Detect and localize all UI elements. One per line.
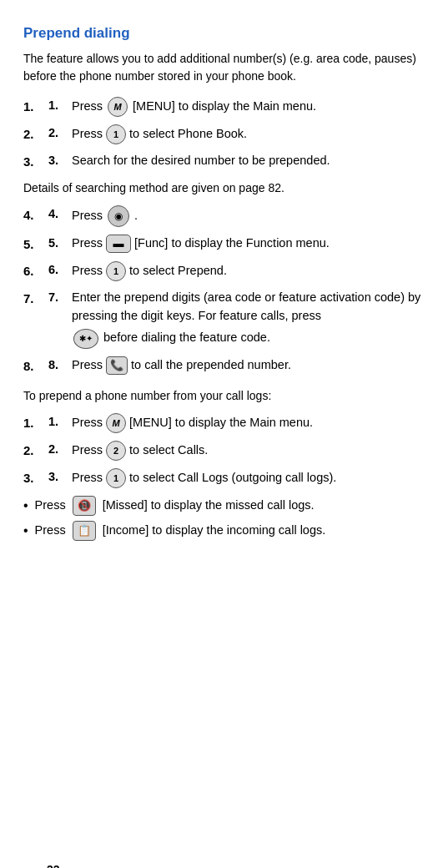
step2-1-press: Press <box>72 414 103 432</box>
step2-1-content: Press M [MENU] to display the Main menu. <box>72 413 313 433</box>
step2-3-press: Press <box>72 469 103 487</box>
step-8-content: Press 📞 to call the prepended number. <box>72 356 291 375</box>
step-num: 5. <box>48 235 67 253</box>
step-2: 2. Press 1 to select Phone Book. <box>23 124 425 144</box>
bullet-missed: Press 📵 [Missed] to display the missed c… <box>23 496 425 516</box>
step2-3-content: Press 1 to select Call Logs (outgoing ca… <box>72 468 336 488</box>
step-2-label: to select Phone Book. <box>129 125 247 144</box>
step-num: 2. <box>48 441 67 459</box>
menu-key-icon: M <box>108 97 128 117</box>
step-1-content: Press M [MENU] to display the Main menu. <box>72 97 316 117</box>
step-num: 4. <box>48 205 67 224</box>
step-5-press: Press <box>72 235 103 253</box>
step-6-label: to select Prepend. <box>129 262 227 280</box>
step-4: 4. Press ◉ . <box>23 205 425 227</box>
nav-key-icon: ◉ <box>108 205 129 227</box>
step-8: 8. Press 📞 to call the prepended number. <box>23 356 425 376</box>
step-1-label: [MENU] to display the Main menu. <box>133 98 316 116</box>
step-num: 1. <box>48 97 67 115</box>
step-4-content: Press ◉ . <box>72 205 138 227</box>
key-2abc-icon: 2 <box>106 441 126 461</box>
steps2-list: 1. Press M [MENU] to display the Main me… <box>23 413 425 488</box>
step-1: 1. Press M [MENU] to display the Main me… <box>23 97 425 117</box>
step-num: 8. <box>48 356 67 375</box>
step2-1: 1. Press M [MENU] to display the Main me… <box>23 413 425 433</box>
step-num: 3. <box>48 152 67 170</box>
step-6: 6. Press 1 to select Prepend. <box>23 261 425 281</box>
page-title: Prepend dialing <box>23 25 425 42</box>
step-6-content: Press 1 to select Prepend. <box>72 261 227 281</box>
step-7-label: Enter the prepend digits (area code or f… <box>72 289 425 326</box>
step-5-label: [Func] to display the Function menu. <box>134 235 330 253</box>
key-1c-icon: 1 <box>106 468 126 488</box>
step-4-press: Press <box>72 207 103 225</box>
step-8-label: to call the prepended number. <box>131 356 291 375</box>
step-2-content: Press 1 to select Phone Book. <box>72 124 247 144</box>
step-6-press: Press <box>72 262 103 280</box>
search-note: Details of searching method are given on… <box>23 179 425 197</box>
bullet-income: Press 📋 [Income] to display the incoming… <box>23 521 425 541</box>
page-number: 33 <box>47 863 60 868</box>
step-num: 1. <box>48 413 67 431</box>
step-num: 3. <box>48 468 67 487</box>
steps-list: 1. Press M [MENU] to display the Main me… <box>23 97 425 172</box>
income-key-icon: 📋 <box>73 521 96 541</box>
step-7-content: Enter the prepend digits (area code or f… <box>72 289 425 349</box>
step2-2-label: to select Calls. <box>129 442 208 460</box>
step-num: 6. <box>48 261 67 280</box>
intro-text: The feature allows you to add additional… <box>23 50 425 85</box>
step-5: 5. Press ▬ [Func] to display the Functio… <box>23 235 425 255</box>
step2-3: 3. Press 1 to select Call Logs (outgoing… <box>23 468 425 488</box>
step-3-label: Search for the desired number to be prep… <box>72 152 330 170</box>
step-3-content: Search for the desired number to be prep… <box>72 152 330 170</box>
menu-key2-icon: M <box>106 413 126 433</box>
missed-key-icon: 📵 <box>73 496 96 516</box>
star-key-icon: ✱✦ <box>73 329 98 349</box>
step-7: 7. Enter the prepend digits (area code o… <box>23 289 425 349</box>
key-1b-icon: 1 <box>106 261 126 281</box>
call-key-icon: 📞 <box>106 356 128 375</box>
step-2-press: Press <box>72 125 103 144</box>
step2-1-label: [MENU] to display the Main menu. <box>129 414 313 432</box>
step-5-content: Press ▬ [Func] to display the Function m… <box>72 235 330 253</box>
steps-list-cont: 4. Press ◉ . 5. Press ▬ [Func] to displa… <box>23 205 425 376</box>
func-key-icon: ▬ <box>106 235 131 253</box>
step-num: 7. <box>48 289 67 307</box>
step-4-label: . <box>134 207 138 225</box>
step2-2-press: Press <box>72 442 103 460</box>
step-1-press: Press <box>72 98 103 116</box>
step2-3-label: to select Call Logs (outgoing call logs)… <box>129 469 336 487</box>
step2-2-content: Press 2 to select Calls. <box>72 441 208 461</box>
step-7-label-after: before dialing the feature code. <box>103 329 270 347</box>
step-3: 3. Search for the desired number to be p… <box>23 152 425 172</box>
bullet-missed-press: Press <box>35 497 66 515</box>
step-8-press: Press <box>72 356 103 375</box>
step2-2: 2. Press 2 to select Calls. <box>23 441 425 461</box>
step-num: 2. <box>48 124 67 143</box>
bullet-income-label: [Income] to display the incoming call lo… <box>103 522 326 540</box>
section-break-text: To prepend a phone number from your call… <box>23 387 425 405</box>
key-1-icon: 1 <box>106 124 126 144</box>
bullet-income-press: Press <box>35 522 66 540</box>
bullet-missed-label: [Missed] to display the missed call logs… <box>103 497 315 515</box>
